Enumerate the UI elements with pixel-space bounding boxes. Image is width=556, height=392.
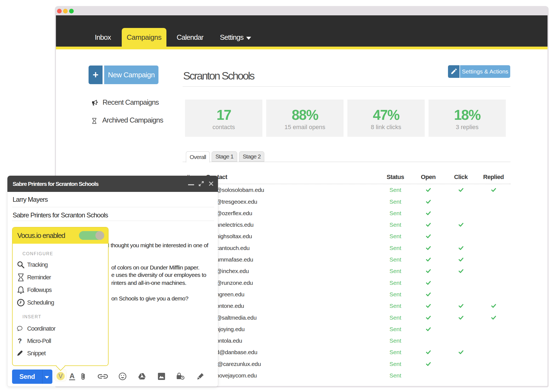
svg-text:A: A: [70, 372, 75, 380]
